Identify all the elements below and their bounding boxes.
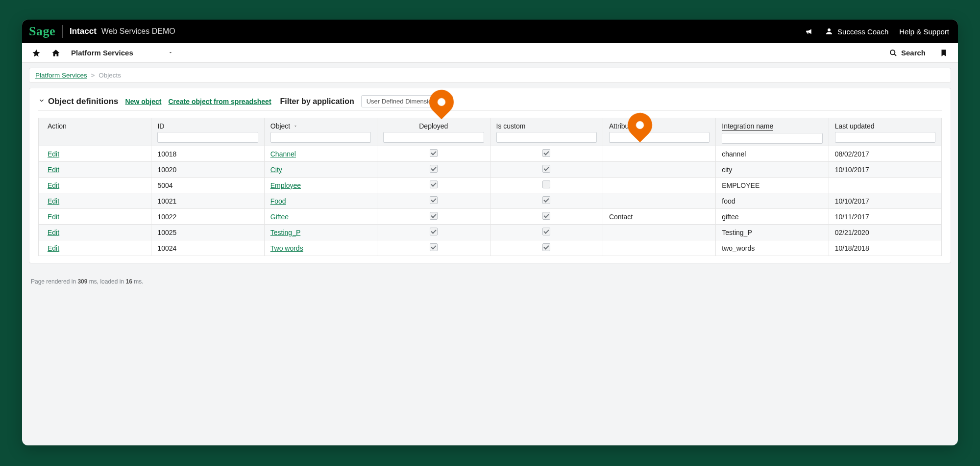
- app-window: Sage Intacct Web Services DEMO Success C…: [22, 20, 958, 445]
- cell-id: 10022: [151, 209, 264, 225]
- cell-is-custom: [490, 162, 603, 178]
- edit-link[interactable]: Edit: [48, 166, 59, 174]
- bookmark-icon[interactable]: [939, 49, 948, 57]
- cell-last-updated: 08/02/2017: [829, 146, 941, 162]
- object-link[interactable]: Channel: [270, 150, 296, 158]
- section-toggle[interactable]: Object definitions: [38, 97, 119, 106]
- cell-attributes: [603, 225, 715, 240]
- svg-point-0: [890, 50, 895, 54]
- filter-integration-input[interactable]: [722, 133, 822, 144]
- cell-deployed: [377, 178, 490, 193]
- col-is-custom-label: Is custom: [496, 122, 526, 130]
- object-link[interactable]: Food: [270, 197, 286, 205]
- filter-object-input[interactable]: [270, 132, 371, 143]
- object-link[interactable]: Two words: [270, 244, 303, 252]
- cell-is-custom: [490, 225, 603, 240]
- cell-is-custom: [490, 178, 603, 193]
- object-link[interactable]: City: [270, 166, 282, 174]
- object-link[interactable]: Employee: [270, 181, 301, 189]
- col-action: Action: [39, 118, 151, 146]
- create-from-spreadsheet-link[interactable]: Create object from spreadsheet: [168, 98, 271, 105]
- chevron-down-icon: [168, 49, 173, 57]
- col-is-custom: Is custom: [490, 118, 603, 146]
- table-header: Action ID Object: [39, 118, 942, 146]
- col-last-updated-label: Last updated: [835, 122, 875, 130]
- checkbox-icon: [542, 212, 550, 220]
- filter-id-input[interactable]: [157, 132, 258, 143]
- footer-suffix: ms.: [132, 278, 144, 285]
- edit-link[interactable]: Edit: [48, 197, 59, 205]
- filter-is-custom-input[interactable]: [496, 132, 597, 143]
- table-row: Edit10018Channelchannel08/02/2017: [39, 146, 942, 162]
- checkbox-icon: [430, 149, 438, 157]
- edit-link[interactable]: Edit: [48, 150, 59, 158]
- cell-id: 10018: [151, 146, 264, 162]
- help-link[interactable]: Help & Support: [899, 27, 949, 36]
- col-integration: Integration name: [716, 118, 829, 146]
- edit-link[interactable]: Edit: [48, 229, 59, 236]
- cell-integration: channel: [716, 146, 829, 162]
- announcements-button[interactable]: [805, 27, 814, 36]
- table-row: Edit5004EmployeeEMPLOYEE: [39, 178, 942, 193]
- home-icon[interactable]: [51, 49, 60, 57]
- favorite-icon[interactable]: [32, 49, 41, 57]
- panel-header: Object definitions New object Create obj…: [38, 95, 942, 111]
- filter-attributes-input[interactable]: [609, 132, 710, 143]
- footer-load-ms: 16: [125, 278, 132, 285]
- cell-is-custom: [490, 240, 603, 256]
- render-stats: Page rendered in 309 ms, loaded in 16 ms…: [29, 278, 951, 285]
- svg-line-1: [894, 54, 896, 56]
- cell-last-updated: [829, 178, 941, 193]
- filter-last-updated-input[interactable]: [835, 132, 935, 143]
- checkbox-icon: [430, 228, 438, 235]
- cell-id: 5004: [151, 178, 264, 193]
- footer-render-ms: 309: [77, 278, 87, 285]
- checkbox-icon: [542, 196, 550, 204]
- object-link[interactable]: Giftee: [270, 213, 289, 221]
- checkbox-icon: [542, 228, 550, 235]
- search-label: Search: [901, 49, 926, 57]
- edit-link[interactable]: Edit: [48, 181, 59, 189]
- nav-bar: Platform Services Search: [22, 43, 958, 63]
- edit-link[interactable]: Edit: [48, 244, 59, 252]
- checkbox-icon: [542, 149, 550, 157]
- cell-deployed: [377, 162, 490, 178]
- search-button[interactable]: Search: [889, 49, 926, 57]
- cell-attributes: [603, 240, 715, 256]
- new-object-link[interactable]: New object: [125, 98, 162, 105]
- checkbox-icon: [542, 165, 550, 173]
- user-label: Success Coach: [837, 27, 888, 36]
- module-dropdown[interactable]: Platform Services: [71, 49, 173, 57]
- checkbox-icon: [542, 243, 550, 251]
- checkbox-icon: [430, 165, 438, 173]
- cell-attributes: [603, 146, 715, 162]
- logo-separator: [62, 25, 63, 38]
- search-icon: [889, 49, 897, 57]
- filter-deployed-input[interactable]: [383, 132, 484, 143]
- cell-last-updated: 02/21/2020: [829, 225, 941, 240]
- sort-caret-icon: [293, 122, 298, 130]
- cell-last-updated: 10/10/2017: [829, 193, 941, 209]
- col-attributes: Attributes: [603, 118, 715, 146]
- sage-logo: Sage: [29, 24, 55, 39]
- cell-integration: city: [716, 162, 829, 178]
- user-menu[interactable]: Success Coach: [825, 27, 888, 36]
- object-definitions-panel: Object definitions New object Create obj…: [29, 88, 951, 263]
- breadcrumb-link[interactable]: Platform Services: [35, 72, 87, 79]
- cell-attributes: [603, 193, 715, 209]
- chevron-down-icon: [38, 97, 45, 106]
- object-link[interactable]: Testing_P: [270, 229, 300, 236]
- filter-by-application-label: Filter by application: [280, 97, 354, 106]
- cell-is-custom: [490, 193, 603, 209]
- cell-attributes: [603, 162, 715, 178]
- top-bar: Sage Intacct Web Services DEMO Success C…: [22, 20, 958, 43]
- cell-last-updated: 10/10/2017: [829, 162, 941, 178]
- edit-link[interactable]: Edit: [48, 213, 59, 221]
- company-name: Web Services DEMO: [101, 27, 175, 36]
- section-title-label: Object definitions: [48, 97, 119, 106]
- cell-last-updated: 10/11/2017: [829, 209, 941, 225]
- checkbox-icon: [542, 181, 550, 188]
- col-action-label: Action: [48, 122, 67, 130]
- col-integration-label: Integration name: [722, 122, 773, 131]
- col-object[interactable]: Object: [264, 118, 377, 146]
